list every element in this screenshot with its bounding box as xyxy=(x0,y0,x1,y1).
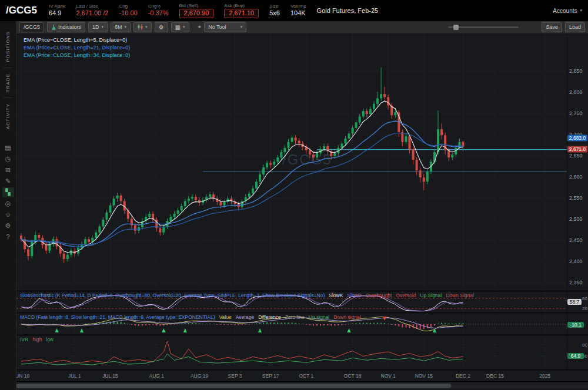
svg-text:AUG 19: AUG 19 xyxy=(191,373,209,379)
sidebar-tab-activity[interactable]: ACTIVITY xyxy=(5,98,11,135)
chart-toolbar: /GCG5 Indicators 1D ▾ 6M ▾ ▾ xyxy=(16,21,588,34)
load-button[interactable]: Load xyxy=(565,22,585,32)
svg-text:SEP 17: SEP 17 xyxy=(262,373,279,379)
svg-text:NOV 15: NOV 15 xyxy=(415,373,433,379)
chevron-down-icon: ▾ xyxy=(102,25,104,29)
svg-text:JUL 1: JUL 1 xyxy=(68,373,81,379)
accounts-menu[interactable]: Accounts ▾ xyxy=(553,8,582,14)
chart-watermark: /GCG5 xyxy=(282,152,332,167)
svg-text:64.9: 64.9 xyxy=(571,353,581,359)
svg-text:20: 20 xyxy=(582,306,587,311)
svg-text:NOV 1: NOV 1 xyxy=(380,373,396,379)
svg-text:2,400: 2,400 xyxy=(569,258,583,264)
symbol-tab-label: /GCG5 xyxy=(24,24,40,30)
beaker-icon xyxy=(51,24,56,30)
indicators-label: Indicators xyxy=(58,24,81,30)
symbol-tab[interactable]: /GCG5 xyxy=(19,22,44,32)
chart-icon[interactable]: ▚ xyxy=(2,187,14,197)
chevron-down-icon: ▾ xyxy=(580,8,582,13)
chevron-down-icon: ▾ xyxy=(145,25,148,29)
main-area: POSITIONSTRADEACTIVITY ▤◷⊞✎▚◎☺⚙? /GCG5 I… xyxy=(0,21,588,390)
scrollbar-thumb[interactable] xyxy=(16,384,451,388)
left-sidebar: POSITIONSTRADEACTIVITY ▤◷⊞✎▚◎☺⚙? xyxy=(0,21,16,390)
quote-field-chg-: Chg%-0.37% xyxy=(148,3,169,18)
svg-text:2,500: 2,500 xyxy=(569,216,583,222)
clock-icon[interactable]: ◷ xyxy=(2,154,14,164)
chart-region: /GCG5 Indicators 1D ▾ 6M ▾ ▾ xyxy=(16,21,588,390)
svg-text:2,800: 2,800 xyxy=(569,89,583,95)
accounts-label: Accounts xyxy=(553,8,577,14)
load-label: Load xyxy=(569,24,581,30)
save-button[interactable]: Save xyxy=(542,22,562,32)
chart-canvas[interactable]: /GCG52,8502,8002,7502,7002,6502,6002,550… xyxy=(16,34,588,382)
sidebar-icons: ▤◷⊞✎▚◎☺⚙? xyxy=(2,143,14,242)
svg-text:2,850: 2,850 xyxy=(569,68,583,74)
chart-settings-button[interactable]: ⚙ xyxy=(155,22,168,32)
svg-text:OCT 1: OCT 1 xyxy=(299,373,313,379)
drawing-tool-value: No Tool xyxy=(208,24,226,30)
svg-text:2,550: 2,550 xyxy=(569,195,583,201)
drawing-tool-dropdown[interactable]: No Tool ▾ xyxy=(204,22,246,32)
range-value: 6M xyxy=(115,24,122,30)
quote-header: /GCG5 IV Rank64.9Last / Size2,671.00 /2C… xyxy=(0,0,588,21)
grid-icon: ▦ xyxy=(175,24,181,31)
svg-text:2025: 2025 xyxy=(539,373,550,379)
settings-icon[interactable]: ⚙ xyxy=(2,221,14,231)
quote-fields: IV Rank64.9Last / Size2,671.00 /2Chg-10.… xyxy=(49,3,306,18)
chevron-down-icon: ▾ xyxy=(240,25,243,29)
svg-text:2,450: 2,450 xyxy=(569,237,583,243)
contract-description: Gold Futures, Feb-25 xyxy=(317,7,379,14)
svg-text:-10.1: -10.1 xyxy=(570,322,582,328)
svg-text:DEC 2: DEC 2 xyxy=(456,373,470,379)
help-icon[interactable]: ? xyxy=(2,232,14,242)
svg-text:2,683.0: 2,683.0 xyxy=(569,135,586,141)
notes-icon[interactable]: ✎ xyxy=(2,176,14,186)
save-label: Save xyxy=(546,24,558,30)
sidebar-tab-positions[interactable]: POSITIONS xyxy=(5,26,11,68)
quote-field-volume: Volume104K xyxy=(290,3,306,18)
range-dropdown[interactable]: 6M ▾ xyxy=(111,22,131,32)
quote-field-chg: Chg-10.00 xyxy=(119,3,137,18)
svg-text:2,671.0: 2,671.0 xyxy=(569,146,586,152)
svg-text:2,600: 2,600 xyxy=(569,174,583,180)
svg-text:AUG 1: AUG 1 xyxy=(149,373,165,379)
watchlist-icon[interactable]: ▤ xyxy=(2,143,14,153)
chevron-down-icon: ▾ xyxy=(125,25,127,29)
chevron-down-icon: ▾ xyxy=(183,25,185,29)
chart-background[interactable] xyxy=(16,34,588,382)
sidebar-tab-trade[interactable]: TRADE xyxy=(5,68,11,98)
svg-text:80: 80 xyxy=(582,296,587,301)
symbol-title: /GCG5 xyxy=(6,5,37,16)
quote-field-last-size: Last / Size2,671.00 /2 xyxy=(76,3,108,18)
sidebar-tabs: POSITIONSTRADEACTIVITY xyxy=(4,26,13,135)
quote-field-iv-rank: IV Rank64.9 xyxy=(49,3,65,18)
layout-grid-dropdown[interactable]: ▦ ▾ xyxy=(171,22,189,32)
svg-text:OCT 18: OCT 18 xyxy=(344,373,362,379)
quote-field-size: Size5x6 xyxy=(269,3,280,18)
zoom-slider-handle[interactable] xyxy=(453,25,459,30)
svg-text:SEP 3: SEP 3 xyxy=(228,373,242,379)
quote-field-ask-buy-: Ask (Buy)2,671.10 xyxy=(224,3,259,18)
gear-icon: ⚙ xyxy=(159,24,164,31)
chart-type-dropdown[interactable]: ▾ xyxy=(133,22,152,32)
svg-text:DEC 15: DEC 15 xyxy=(486,373,504,379)
svg-text:2,650: 2,650 xyxy=(569,153,583,159)
crosshair-icon: ⌖ xyxy=(198,23,202,31)
svg-text:58.7: 58.7 xyxy=(570,299,580,305)
svg-text:80: 80 xyxy=(582,342,587,348)
calculator-icon[interactable]: ⊞ xyxy=(2,165,14,175)
timeframe-value: 1D xyxy=(92,24,99,30)
svg-text:2,750: 2,750 xyxy=(569,110,583,116)
scanner-icon[interactable]: ◎ xyxy=(2,199,14,209)
timeframe-dropdown[interactable]: 1D ▾ xyxy=(88,22,108,32)
svg-text:JUL 15: JUL 15 xyxy=(102,373,118,379)
quote-field-bid-sell-: Bid (Sell)2,670.90 xyxy=(179,3,214,18)
chart-scrollbar xyxy=(16,381,588,390)
zoom-slider[interactable] xyxy=(448,26,519,28)
indicators-button[interactable]: Indicators xyxy=(47,22,85,32)
candlestick-icon xyxy=(138,24,143,30)
svg-text:2,350: 2,350 xyxy=(569,280,583,285)
chart-stack: /GCG52,8502,8002,7502,7002,6502,6002,550… xyxy=(16,34,588,381)
svg-text:JUN 10: JUN 10 xyxy=(16,373,29,379)
community-icon[interactable]: ☺ xyxy=(2,210,14,220)
